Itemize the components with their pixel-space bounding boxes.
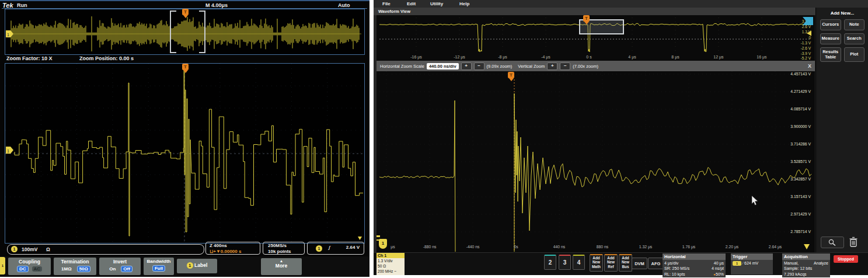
mouse-cursor [752, 196, 758, 205]
zoom-window-bracket-right[interactable] [199, 11, 205, 53]
termination-50-option[interactable]: 50Ω [77, 266, 90, 272]
axis-tick-label: -4 μs [541, 55, 550, 60]
axis-tick-label: 4.085714 V [790, 107, 811, 111]
invert-off-option[interactable]: Off [121, 266, 133, 272]
axis-tick-label: 3.528571 V [790, 159, 811, 164]
channel-level-marker [377, 235, 380, 237]
horizontal-zoom-scale-input[interactable]: 440.00 ns/div [427, 63, 459, 70]
zoom-factor-readout: Zoom Factor: 10 X [6, 55, 53, 61]
delay-marker-icon: ⊔+▼ [210, 249, 221, 254]
results-table-button[interactable]: Results Table [820, 47, 841, 62]
axis-tick-label: 12 μs [713, 55, 724, 60]
coupling-button[interactable]: Coupling DC AC [8, 258, 51, 275]
h-record-length: RL: 10 kpts [664, 272, 685, 277]
zoomed-waveform: 1 [5, 64, 363, 242]
trash-icon [849, 237, 858, 248]
bandwidth-button[interactable]: Bandwidth Full [144, 258, 174, 275]
v-zoom-in-button[interactable]: + [547, 62, 557, 70]
settings-bar: Ch 1 1.3 V/div 50 Ω 200 MHz ~ 2 3 4 Add … [374, 252, 868, 275]
channel-1-title: Ch 1 [377, 253, 405, 258]
axis-tick-label: 3.157143 V [790, 194, 811, 199]
h-position: ●50% [713, 272, 724, 277]
dvm-button[interactable]: DVM [632, 258, 647, 269]
add-new-bus-button[interactable]: Add New Bus [619, 254, 632, 272]
trigger-position-marker-zoom[interactable]: T [182, 64, 189, 70]
plot-button[interactable]: Plot [844, 47, 865, 62]
measure-button[interactable]: Measure [820, 33, 841, 44]
impedance-icon: Ω [46, 246, 50, 252]
record-length: 10k points [268, 249, 304, 255]
close-zoom-icon[interactable]: X [808, 63, 811, 69]
h-zoom-out-button[interactable]: − [474, 62, 484, 70]
trash-button[interactable] [848, 235, 859, 248]
add-new-ref-button[interactable]: Add New Ref [604, 254, 618, 272]
bandwidth-value[interactable]: Full [152, 265, 165, 272]
more-button-text: More [261, 263, 302, 269]
axis-tick-label: 1 [7, 33, 9, 37]
trigger-position-marker[interactable]: T [182, 9, 189, 15]
acq-count: 7.293 kAcqs [784, 272, 828, 277]
waveform-view-tab[interactable]: Waveform View [374, 8, 815, 15]
coupling-dc-option[interactable]: DC [17, 266, 29, 272]
v-zoom-out-button[interactable]: − [560, 62, 570, 70]
menu-help[interactable]: Help [459, 1, 469, 6]
trigger-position-marker-zoom[interactable]: T [508, 72, 514, 78]
termination-1m-option[interactable]: 1MΩ [60, 266, 74, 272]
magnifier-icon [828, 238, 837, 246]
menu-bar: File Edit Utility Help [374, 0, 868, 8]
axis-tick-label: 8 μs [671, 55, 679, 60]
zoom-window-bracket-left[interactable] [170, 11, 176, 53]
termination-button[interactable]: Termination 1MΩ 50Ω [54, 258, 96, 275]
axis-tick-label: -8 μs [498, 55, 507, 60]
channel-1-termination: 50 Ω [378, 264, 403, 269]
channel-4-button[interactable]: 4 [573, 255, 585, 270]
invert-button[interactable]: Invert On Off [99, 258, 141, 275]
axis-tick-label: 2.64 μs [769, 245, 782, 249]
bandwidth-label: Bandwidth [144, 259, 174, 264]
zoomed-trace [15, 70, 363, 236]
channel-2-button[interactable]: 2 [544, 255, 556, 270]
cursors-button[interactable]: Cursors [820, 19, 841, 30]
channel-scale: 100mV [22, 246, 37, 252]
coupling-ac-option[interactable]: AC [32, 266, 43, 272]
channel-3-button[interactable]: 3 [559, 255, 571, 270]
axis-tick-label: -12 μs [454, 55, 465, 60]
channel-1-marker-badge[interactable]: 1 [379, 239, 387, 249]
add-new-math-button[interactable]: Add New Math [590, 254, 603, 272]
horizontal-panel[interactable]: Horizontal 4 μs/div40 μs SR: 250 MS/s4 n… [663, 253, 726, 277]
coupling-label: Coupling [8, 259, 51, 265]
stopped-button[interactable]: Stopped [834, 255, 858, 263]
h-zoom-in-button[interactable]: + [461, 62, 472, 70]
acquisition-panel[interactable]: Acquisition Manual,Analyze Sample: 12 bi… [782, 253, 830, 277]
axis-tick-label: 440 ns [553, 245, 566, 249]
axis-tick-label: 16 μs [757, 55, 767, 60]
horizontal-zoom-factor: (9.09x zoom) [487, 64, 513, 69]
menu-utility[interactable]: Utility [430, 1, 443, 6]
h-scale: 4 μs/div [664, 260, 678, 266]
axis-tick-label: 4 μs [628, 55, 636, 60]
afg-button[interactable]: AFG [648, 258, 664, 269]
axis-tick-label: 0 [808, 36, 811, 40]
channel-1-badge[interactable]: Ch 1 1.3 V/div 50 Ω 200 MHz ~ [377, 253, 405, 275]
axis-tick-label: -3.9 V [801, 51, 811, 55]
vertical-zoom-label: Vertical Zoom [518, 64, 545, 69]
axis-tick-label: 4.271429 V [790, 89, 811, 93]
add-new-buttons: Cursors Note Measure Search Results Tabl… [816, 16, 868, 65]
note-button[interactable]: Note [844, 19, 865, 30]
add-new-title: Add New... [816, 11, 868, 16]
menu-edit[interactable]: Edit [407, 1, 416, 6]
sample-rate: 250MS/s [268, 243, 304, 249]
more-button[interactable]: ▲ More [261, 258, 302, 275]
trigger-level: 2.64 V [346, 245, 360, 251]
trigger-mode-readout: Auto [338, 2, 350, 8]
trigger-readout: 1 ʃ 2.64 V [307, 242, 364, 255]
menu-file[interactable]: File [382, 1, 391, 6]
search-button[interactable]: Search [844, 33, 865, 44]
trigger-position-marker-overview[interactable]: T [583, 15, 590, 22]
zoom-mode-button[interactable] [821, 237, 844, 248]
invert-on-option[interactable]: On [107, 266, 117, 272]
overview-graticule: -16 μs-12 μs-8 μs-4 μs0 s4 μs8 μs12 μs16… [377, 15, 815, 61]
timebase-readout: M 4.00μs [205, 2, 228, 8]
trigger-panel[interactable]: Trigger 1 ∕ 624 mV [731, 253, 773, 274]
label-button[interactable]: 1 Label [177, 259, 217, 273]
